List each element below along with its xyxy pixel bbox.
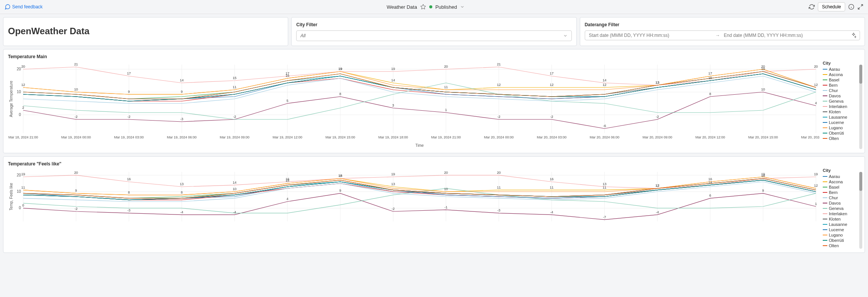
series-lausanne[interactable] — [23, 71, 816, 99]
legend-label: Ascona — [829, 72, 843, 77]
legend-swatch — [823, 187, 827, 187]
legend-swatch — [823, 127, 827, 128]
legend-swatch — [823, 69, 827, 70]
legend-item[interactable]: Oberrüti — [823, 238, 857, 243]
legend-item[interactable]: Kloten — [823, 217, 857, 221]
legend-label: Chur — [829, 88, 838, 93]
series-basel[interactable] — [23, 178, 816, 198]
schedule-button[interactable]: Schedule — [818, 2, 845, 11]
legend-label: Olten — [829, 243, 839, 248]
chart2-title: Temperature "Feels like" — [8, 161, 857, 167]
legend-item[interactable]: Olten — [823, 243, 857, 248]
feedback-label: Send feedback — [12, 4, 43, 10]
legend-item[interactable]: Geneva — [823, 99, 857, 103]
legend-label: Bern — [829, 190, 838, 195]
svg-text:12: 12 — [550, 83, 554, 87]
series-olten[interactable] — [23, 71, 816, 99]
svg-text:8: 8 — [181, 191, 182, 194]
legend-item[interactable]: Lugano — [823, 125, 857, 130]
star-icon[interactable] — [420, 4, 426, 10]
legend-swatch — [823, 176, 827, 177]
fullscreen-button[interactable] — [857, 4, 863, 10]
svg-text:-4: -4 — [656, 210, 659, 214]
svg-text:-2: -2 — [497, 115, 500, 119]
legend-item[interactable]: Davos — [823, 201, 857, 205]
svg-text:12: 12 — [655, 184, 659, 187]
svg-text:-4: -4 — [180, 210, 183, 214]
svg-text:19: 19 — [391, 172, 395, 176]
svg-text:4: 4 — [286, 197, 288, 201]
daterange-magic-button[interactable] — [851, 32, 857, 38]
legend-item[interactable]: Bern — [823, 190, 857, 195]
series-davos[interactable] — [23, 193, 816, 219]
svg-text:-7: -7 — [603, 215, 606, 219]
svg-text:8: 8 — [128, 191, 130, 194]
legend-swatch — [823, 192, 827, 193]
refresh-button[interactable] — [809, 4, 815, 10]
legend-item[interactable]: Davos — [823, 94, 857, 98]
status-indicator — [429, 5, 432, 8]
legend-item[interactable]: Bern — [823, 83, 857, 87]
legend-item[interactable]: Lausanne — [823, 222, 857, 227]
svg-text:Mar 19, 2024 03:00: Mar 19, 2024 03:00 — [114, 135, 144, 139]
legend-item[interactable]: Lausanne — [823, 115, 857, 119]
status-dropdown[interactable] — [460, 5, 465, 9]
svg-text:-3: -3 — [127, 208, 130, 212]
send-feedback-link[interactable]: Send feedback — [5, 4, 43, 10]
svg-text:9: 9 — [339, 189, 341, 192]
svg-text:18: 18 — [761, 174, 765, 178]
chart1-svg[interactable]: 010201210991116191411121212131720122-2-2… — [8, 61, 820, 148]
svg-text:3: 3 — [392, 103, 394, 107]
svg-text:17: 17 — [286, 71, 289, 75]
svg-text:11: 11 — [444, 85, 448, 89]
end-date-input[interactable] — [723, 32, 847, 38]
legend-item[interactable]: Olten — [823, 136, 857, 141]
series-basel[interactable] — [23, 71, 816, 99]
legend-item[interactable]: Lucerne — [823, 120, 857, 125]
legend-item[interactable]: Chur — [823, 195, 857, 200]
legend-item[interactable]: Kloten — [823, 110, 857, 114]
svg-text:14: 14 — [233, 181, 236, 184]
legend-swatch — [823, 203, 827, 203]
chart2-svg[interactable]: 01020119881015181310111111121619120-2-3-… — [8, 168, 820, 229]
info-button[interactable] — [848, 4, 854, 10]
legend-item[interactable]: Oberrüti — [823, 131, 857, 135]
city-filter-select[interactable]: All — [296, 30, 571, 41]
svg-text:11: 11 — [21, 186, 25, 189]
legend-item[interactable]: Basel — [823, 185, 857, 189]
legend-item[interactable]: Basel — [823, 78, 857, 82]
legend-item[interactable]: Lucerne — [823, 227, 857, 232]
legend-item[interactable]: Geneva — [823, 206, 857, 211]
city-filter-label: City Filter — [296, 22, 571, 27]
svg-text:17: 17 — [550, 71, 554, 75]
svg-text:11: 11 — [550, 186, 554, 189]
legend-item[interactable]: Aarau — [823, 174, 857, 179]
legend-item[interactable]: Interlaken — [823, 211, 857, 216]
series-olten[interactable] — [23, 178, 816, 198]
scrollbar[interactable] — [859, 65, 862, 149]
svg-text:9: 9 — [128, 90, 130, 94]
svg-text:16: 16 — [550, 177, 554, 181]
svg-text:Mar 19, 2024 21:00: Mar 19, 2024 21:00 — [431, 135, 461, 139]
legend-item[interactable]: Aarau — [823, 67, 857, 71]
svg-text:10: 10 — [233, 187, 236, 191]
legend-item[interactable]: Ascona — [823, 179, 857, 184]
series-geneva[interactable] — [23, 188, 816, 213]
scrollbar[interactable] — [859, 172, 862, 249]
svg-text:21: 21 — [497, 62, 501, 66]
legend-swatch — [823, 224, 827, 225]
series-lausanne[interactable] — [23, 178, 816, 198]
start-date-input[interactable] — [588, 32, 712, 38]
svg-text:Mar 19, 2024 09:00: Mar 19, 2024 09:00 — [220, 135, 249, 139]
svg-text:17: 17 — [708, 71, 712, 75]
svg-text:9: 9 — [181, 90, 182, 94]
legend-label: Olten — [829, 136, 839, 141]
legend-swatch — [823, 219, 827, 219]
legend-item[interactable]: Ascona — [823, 72, 857, 77]
series-davos[interactable] — [23, 92, 816, 129]
legend-item[interactable]: Interlaken — [823, 104, 857, 109]
legend-label: Geneva — [829, 206, 844, 211]
daterange-filter-panel: Daterange Filter → — [580, 17, 865, 46]
legend-item[interactable]: Lugano — [823, 233, 857, 237]
legend-item[interactable]: Chur — [823, 88, 857, 93]
